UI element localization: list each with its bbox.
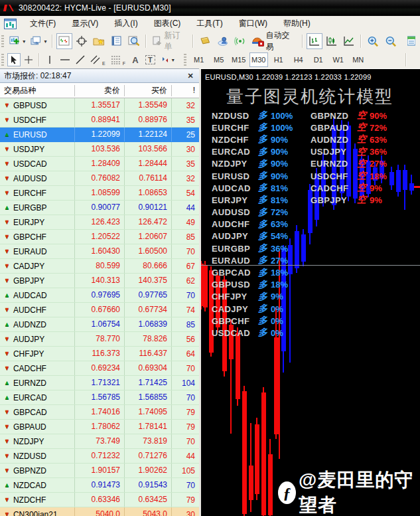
table-row[interactable]: ▼CADCHF0.692340.6930470 <box>0 361 199 376</box>
table-row[interactable]: ▼EURAUD1.604301.6050070 <box>0 244 199 259</box>
signal-row: NZDJPY多90% <box>212 158 293 170</box>
candle-body <box>403 170 407 190</box>
table-row[interactable]: ▼CN300jan215040.05043.030 <box>0 507 199 516</box>
table-row[interactable]: ▼AUDJPY78.77078.82656 <box>0 332 199 347</box>
text-label-tool[interactable]: T <box>143 53 157 66</box>
timeframe-m30[interactable]: M30 <box>249 52 268 67</box>
symbol-name: EURCAD <box>13 393 47 402</box>
table-row[interactable]: ▼GBPNZD1.901571.90262105 <box>0 464 199 478</box>
timeframe-d1[interactable]: D1 <box>309 52 328 67</box>
table-row[interactable]: ▼GBPJPY140.313140.37562 <box>0 274 199 288</box>
signal-percent: 90% <box>271 147 288 157</box>
table-row[interactable]: ▼EURCHF1.085991.0865354 <box>0 186 199 201</box>
signal-symbol: EURJPY <box>212 195 258 205</box>
fibonacci-tool[interactable]: F <box>109 53 127 66</box>
chart-info-line: EURUSD,M30 1.22039 1.22123 1.22033 1.220… <box>205 73 372 81</box>
bar-chart-mode-button[interactable] <box>307 33 322 49</box>
table-row[interactable]: ▼NZDUSD0.712320.7127644 <box>0 449 199 464</box>
zoom-out-button[interactable] <box>383 33 399 49</box>
table-row[interactable]: ▼USDJPY103.536103.56630 <box>0 142 199 157</box>
symbol-name: EURUSD <box>13 130 47 139</box>
zoom-in-button[interactable] <box>365 33 381 49</box>
table-row[interactable]: ▼CHFJPY116.373116.43764 <box>0 347 199 361</box>
table-row[interactable]: ▼USDCAD1.284091.2844435 <box>0 157 199 171</box>
channel-tool[interactable]: E <box>88 53 107 66</box>
table-row[interactable]: ▼GBPAUD1.780621.7814179 <box>0 420 199 434</box>
table-row[interactable]: ▲AUDNZD1.067541.0683985 <box>0 317 199 332</box>
trendline-tool[interactable] <box>74 53 87 66</box>
arrows-tool[interactable]: ▾ <box>159 53 176 66</box>
timeframe-m1[interactable]: M1 <box>190 52 208 67</box>
signal-row: CADCHF空9% <box>311 182 387 194</box>
table-row[interactable]: ▲EURNZD1.713211.71425104 <box>0 376 199 390</box>
channel-sub-label: E <box>102 61 105 66</box>
table-row[interactable]: ▲EURCAD1.567851.5685570 <box>0 390 199 405</box>
timeframe-h4[interactable]: H4 <box>289 52 308 67</box>
timeframe-m5[interactable]: M5 <box>210 52 228 67</box>
table-row[interactable]: ▼NZDJPY73.74973.81970 <box>0 434 199 449</box>
menu-item-5[interactable]: 窗口(W) <box>231 16 275 31</box>
table-row[interactable]: ▼EURJPY126.423126.47249 <box>0 215 199 230</box>
navigator-button[interactable] <box>91 33 107 49</box>
column-ask[interactable]: 买价 <box>125 85 172 96</box>
table-row[interactable]: ▲EURGBP0.900770.9012144 <box>0 201 199 215</box>
indicators-button-partial[interactable] <box>403 33 419 49</box>
column-symbol[interactable]: 交易品种 <box>0 85 75 96</box>
timeframe-m15[interactable]: M15 <box>230 52 248 67</box>
down-arrow-icon: ▼ <box>4 497 10 503</box>
cursor-tool-button[interactable] <box>7 53 21 66</box>
menu-item-1[interactable]: 显示(V) <box>64 16 106 31</box>
candle-chart-mode-button[interactable] <box>324 33 340 49</box>
signal-symbol: AUDUSD <box>212 207 258 217</box>
menu-item-0[interactable]: 文件(F) <box>22 16 64 31</box>
horizontal-line-tool[interactable] <box>58 53 72 66</box>
timeframe-h1[interactable]: H1 <box>269 52 288 67</box>
table-row[interactable]: ▲AUDCAD0.976950.9776570 <box>0 288 199 303</box>
close-icon[interactable]: ✕ <box>186 72 195 80</box>
chart-panel[interactable]: EURUSD,M30 1.22039 1.22123 1.22033 1.220… <box>199 68 420 516</box>
bid-cell: 1.60430 <box>75 244 125 258</box>
column-spread[interactable]: ! <box>172 86 199 95</box>
table-row[interactable]: ▼AUDUSD0.760820.7611432 <box>0 171 199 186</box>
menu-item-2[interactable]: 插入(I) <box>106 16 145 31</box>
market-watch-toggle-button[interactable] <box>56 33 72 49</box>
table-row[interactable]: ▼CADJPY80.59980.66667 <box>0 259 199 274</box>
table-row[interactable]: ▲EURUSD1.220991.2212425 <box>0 128 199 142</box>
new-chart-button[interactable]: ▾ <box>7 33 27 49</box>
strategy-tester-button[interactable] <box>126 33 142 49</box>
bid-cell: 0.76082 <box>75 171 125 185</box>
text-tool[interactable]: A <box>129 53 142 66</box>
spread-cell: 70 <box>172 437 199 446</box>
table-row[interactable]: ▼GBPCHF1.205221.2060785 <box>0 230 199 244</box>
table-row[interactable]: ▼GBPCAD1.740161.7409579 <box>0 405 199 420</box>
column-bid[interactable]: 卖价 <box>75 85 125 96</box>
community-button[interactable] <box>215 33 231 49</box>
menu-item-6[interactable]: 帮助(H) <box>275 16 318 31</box>
table-row[interactable]: ▼NZDCHF0.633460.6342579 <box>0 493 199 507</box>
crosshair-tool-button[interactable] <box>22 53 35 66</box>
metaeditor-button[interactable] <box>197 33 213 49</box>
table-row[interactable]: ▼GBPUSD1.355171.3554932 <box>0 98 199 113</box>
table-row[interactable]: ▲NZDCAD0.914730.9154370 <box>0 478 199 493</box>
timeframe-mn[interactable]: MN <box>349 52 368 67</box>
table-row[interactable]: ▼USDCHF0.889410.8897635 <box>0 113 199 128</box>
menu-item-3[interactable]: 图表(C) <box>146 16 189 31</box>
table-row[interactable]: ▼AUDCHF0.676600.6773474 <box>0 303 199 317</box>
vertical-line-tool[interactable] <box>43 53 56 66</box>
down-arrow-icon: ▼ <box>4 219 10 225</box>
spread-cell: 104 <box>172 379 199 388</box>
menu-item-4[interactable]: 工具(T) <box>188 16 230 31</box>
autotrading-button[interactable]: 自动交易 <box>249 33 299 49</box>
new-order-button[interactable]: 新订单 <box>150 33 189 49</box>
line-chart-mode-button[interactable] <box>341 33 357 49</box>
terminal-button[interactable] <box>109 33 125 49</box>
candle-body <box>203 265 208 307</box>
symbol-cell: ▲EURGBP <box>0 201 75 215</box>
profiles-button[interactable]: ▾ <box>29 33 48 49</box>
signals-button[interactable] <box>232 33 248 49</box>
data-window-button[interactable] <box>74 33 90 49</box>
timeframe-w1[interactable]: W1 <box>329 52 348 67</box>
market-watch-titlebar[interactable]: 市场报价: 02:18:47 ✕ <box>0 69 199 83</box>
down-arrow-icon: ▼ <box>4 307 10 313</box>
ask-cell: 140.375 <box>125 274 172 288</box>
